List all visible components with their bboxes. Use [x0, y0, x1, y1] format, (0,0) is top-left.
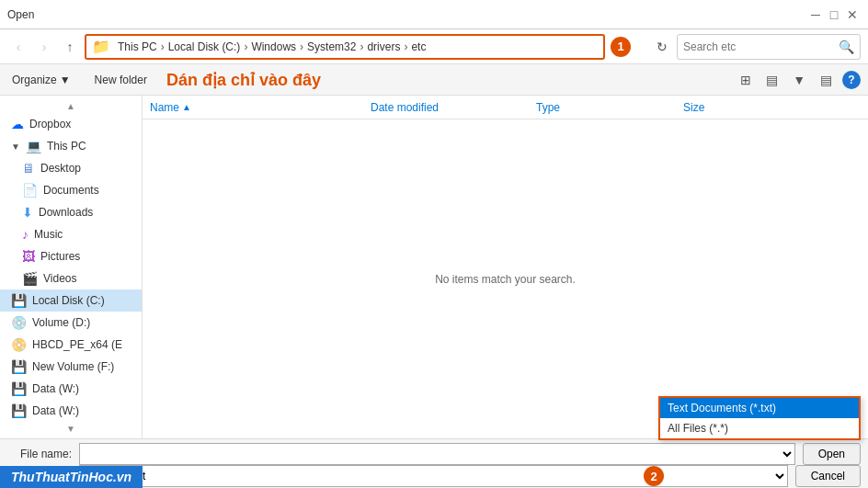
search-input[interactable]: [683, 40, 839, 53]
sidebar: ▲ ☁ Dropbox ▼ 💻 This PC 🖥 Desktop 📄 Docu…: [0, 96, 143, 438]
organize-chevron-icon: ▼: [60, 74, 71, 86]
content-area: Name ▲ Date modified Type Size No items …: [143, 96, 868, 438]
column-headers: Name ▲ Date modified Type Size: [143, 96, 868, 119]
col-name-label: Name: [150, 101, 179, 114]
sidebar-item-label: Local Disk (C:): [32, 294, 105, 307]
title-bar: Open ─ □ ✕: [0, 0, 868, 29]
refresh-button[interactable]: ↻: [651, 36, 673, 58]
drive-c-icon: 💾: [11, 293, 27, 308]
col-type-label: Type: [536, 101, 560, 114]
search-icon: 🔍: [839, 40, 854, 54]
address-badge: 1: [611, 37, 631, 57]
sidebar-item-label: Desktop: [40, 162, 81, 175]
sidebar-item-local-disk-c[interactable]: 💾 Local Disk (C:): [0, 289, 142, 312]
sidebar-item-volume-d[interactable]: 💿 Volume (D:): [0, 312, 142, 334]
sidebar-item-music[interactable]: ♪ Music: [0, 223, 142, 245]
expand-icon: ▼: [11, 142, 20, 152]
search-box[interactable]: 🔍: [677, 34, 861, 60]
breadcrumb-part-4[interactable]: drivers: [367, 40, 400, 53]
sidebar-item-label: Data (W:): [32, 382, 79, 395]
encoding-label: Encoding:: [7, 470, 72, 482]
file-type-badge: 2: [644, 466, 664, 486]
drive-e-icon: 📀: [11, 337, 27, 352]
sidebar-item-pictures[interactable]: 🖼 Pictures: [0, 245, 142, 267]
organize-label: Organize: [12, 74, 57, 86]
view-chevron-button[interactable]: ▼: [788, 70, 810, 90]
organize-button[interactable]: Organize ▼: [7, 71, 75, 89]
breadcrumb-part-3[interactable]: System32: [307, 40, 356, 53]
breadcrumb-part-1[interactable]: Local Disk (C:): [168, 40, 241, 53]
pictures-icon: 🖼: [22, 249, 35, 264]
breadcrumb-part-0[interactable]: This PC: [118, 40, 157, 53]
sidebar-item-downloads[interactable]: ⬇ Downloads: [0, 201, 142, 223]
sidebar-item-label: Music: [34, 228, 63, 241]
pane-view-button[interactable]: ▤: [816, 70, 837, 90]
sidebar-item-videos[interactable]: 🎬 Videos: [0, 267, 142, 289]
col-size-label: Size: [683, 101, 704, 114]
maximize-button[interactable]: □: [826, 6, 842, 23]
encoding-select[interactable]: Auto-Detect: [79, 465, 788, 487]
toolbar-annotation: Dán địa chỉ vào đây: [166, 70, 321, 90]
breadcrumb-part-5[interactable]: etc: [411, 40, 426, 53]
dropdown-option-all-files[interactable]: All Files (*.*): [660, 418, 859, 438]
sidebar-item-hbcd[interactable]: 📀 HBCD_PE_x64 (E: [0, 334, 142, 356]
sidebar-item-label: HBCD_PE_x64 (E: [32, 338, 122, 351]
sidebar-item-this-pc[interactable]: ▼ 💻 This PC: [0, 135, 142, 157]
sidebar-item-data-w2[interactable]: 💾 Data (W:): [0, 400, 142, 422]
cancel-button[interactable]: Cancel: [795, 465, 861, 487]
close-button[interactable]: ✕: [844, 6, 861, 23]
drive-w2-icon: 💾: [11, 403, 27, 418]
help-button[interactable]: ?: [842, 71, 861, 89]
sidebar-item-label: New Volume (F:): [32, 360, 114, 373]
new-folder-label: New folder: [95, 74, 147, 86]
new-folder-button[interactable]: New folder: [90, 71, 152, 89]
dropdown-option-text-docs[interactable]: Text Documents (*.txt): [660, 398, 859, 418]
sidebar-item-dropbox[interactable]: ☁ Dropbox: [0, 113, 142, 135]
videos-icon: 🎬: [22, 271, 38, 286]
empty-message: No items match your search.: [435, 273, 576, 286]
col-date-label: Date modified: [371, 101, 439, 114]
back-button: ‹: [7, 36, 29, 58]
dropbox-icon: ☁: [11, 117, 24, 131]
drive-d-icon: 💿: [11, 315, 27, 330]
column-date-modified[interactable]: Date modified: [371, 101, 536, 114]
sidebar-item-label: This PC: [47, 140, 86, 153]
documents-icon: 📄: [22, 183, 38, 198]
column-size[interactable]: Size: [683, 101, 775, 114]
sidebar-item-desktop[interactable]: 🖥 Desktop: [0, 157, 142, 179]
scroll-down-button[interactable]: ▼: [0, 422, 142, 436]
column-name[interactable]: Name ▲: [150, 101, 371, 114]
drive-f-icon: 💾: [11, 359, 27, 374]
sidebar-item-new-volume-f[interactable]: 💾 New Volume (F:): [0, 356, 142, 378]
minimize-button[interactable]: ─: [807, 6, 824, 23]
address-bar[interactable]: 📁 This PC › Local Disk (C:) › Windows › …: [85, 34, 605, 60]
desktop-icon: 🖥: [22, 161, 35, 176]
drive-w-icon: 💾: [11, 381, 27, 396]
sidebar-item-documents[interactable]: 📄 Documents: [0, 179, 142, 201]
file-name-row: File name: Open: [7, 443, 861, 465]
column-type[interactable]: Type: [536, 101, 683, 114]
scroll-up-button[interactable]: ▲: [0, 99, 142, 113]
sidebar-item-label: Pictures: [40, 250, 80, 263]
sidebar-item-label: Dropbox: [29, 118, 71, 131]
sidebar-item-data-w[interactable]: 💾 Data (W:): [0, 378, 142, 400]
encoding-row: Encoding: Auto-Detect Cancel: [7, 465, 861, 487]
window-controls: ─ □ ✕: [807, 6, 861, 23]
sidebar-item-label: Data (W:): [32, 404, 79, 417]
breadcrumb[interactable]: This PC › Local Disk (C:) › Windows › Sy…: [118, 40, 598, 53]
up-button[interactable]: ↑: [59, 36, 81, 58]
col-sort-icon: ▲: [182, 102, 191, 112]
grid-view-button[interactable]: ⊞: [736, 70, 756, 90]
sidebar-item-label: Volume (D:): [32, 316, 90, 329]
breadcrumb-part-2[interactable]: Windows: [251, 40, 296, 53]
file-list: No items match your search.: [143, 119, 868, 438]
open-button[interactable]: Open: [803, 443, 861, 465]
window-title: Open: [7, 8, 807, 21]
sidebar-item-label: Downloads: [39, 206, 93, 219]
forward-button: ›: [33, 36, 55, 58]
sidebar-item-label: Videos: [43, 272, 76, 285]
list-view-button[interactable]: ▤: [761, 70, 782, 90]
file-type-dropdown[interactable]: Text Documents (*.txt) All Files (*.*): [658, 396, 861, 440]
file-name-select[interactable]: [79, 443, 795, 465]
main-layout: ▲ ☁ Dropbox ▼ 💻 This PC 🖥 Desktop 📄 Docu…: [0, 96, 868, 438]
